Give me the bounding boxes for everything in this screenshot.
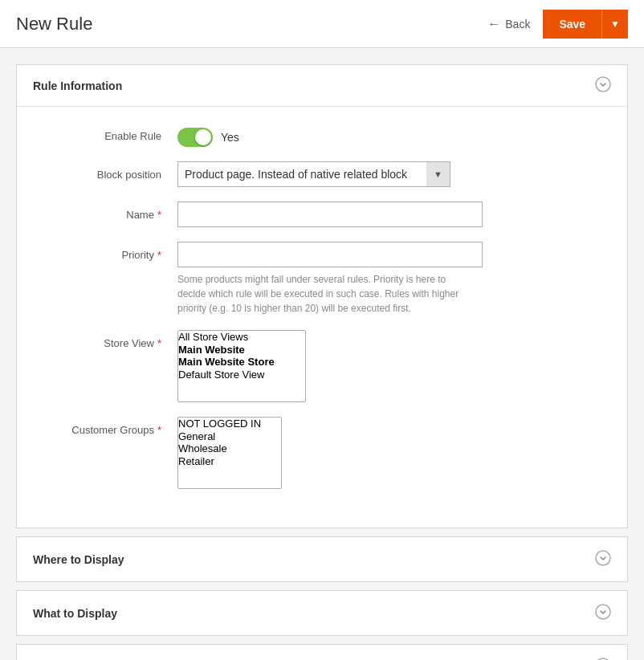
store-view-label: Store View*: [33, 330, 177, 351]
header-actions: ← Back Save ▼: [475, 10, 628, 39]
enable-rule-row: Enable Rule Yes: [33, 123, 611, 147]
customer-group-general: General: [178, 430, 281, 443]
where-to-display-toggle-icon: [595, 550, 611, 568]
store-view-row: Store View* All Store Views Main Website…: [33, 330, 611, 402]
block-position-select[interactable]: Product page. Instead of native related …: [177, 161, 450, 187]
page-wrapper: New Rule ← Back Save ▼ Rule Information: [0, 0, 644, 660]
store-view-option-all: All Store Views: [178, 331, 305, 344]
priority-label: Priority*: [33, 242, 177, 263]
back-label: Back: [505, 18, 530, 31]
toggle-wrap: Yes: [177, 123, 611, 147]
customer-group-retailer: Retailer: [178, 455, 281, 468]
name-label: Name*: [33, 202, 177, 222]
page-title: New Rule: [16, 14, 92, 35]
customer-groups-label: Customer Groups*: [33, 417, 177, 438]
what-to-display-header[interactable]: What to Display: [17, 591, 627, 635]
customer-group-not-logged-in: NOT LOGGED IN: [178, 418, 281, 430]
rule-information-toggle-icon: [595, 76, 611, 95]
store-view-option-main-website-store: Main Website Store: [178, 356, 305, 369]
priority-input[interactable]: [177, 242, 483, 267]
where-to-display-section: Where to Display: [16, 536, 628, 582]
toggle-slider: [177, 128, 213, 147]
store-view-option-main-website: Main Website: [178, 344, 305, 356]
customer-groups-control: NOT LOGGED IN General Wholesale Retailer: [177, 417, 611, 489]
where-to-display-header[interactable]: Where to Display: [17, 537, 627, 581]
store-view-listbox[interactable]: All Store Views Main Website Main Websit…: [177, 330, 306, 402]
enable-rule-label: Enable Rule: [33, 123, 177, 144]
store-view-option-default: Default Store View: [178, 369, 305, 381]
rule-information-title: Rule Information: [33, 79, 122, 92]
save-button-group: Save ▼: [543, 10, 628, 39]
block-position-control: Product page. Instead of native related …: [177, 161, 611, 187]
svg-point-0: [596, 77, 610, 92]
customer-groups-row: Customer Groups* NOT LOGGED IN General W…: [33, 417, 611, 489]
how-to-display-header[interactable]: How to Display: [17, 645, 627, 660]
back-button[interactable]: ← Back: [475, 10, 543, 38]
what-to-display-title: What to Display: [33, 607, 117, 620]
back-arrow-icon: ←: [487, 17, 500, 31]
name-row: Name*: [33, 202, 611, 227]
where-to-display-title: Where to Display: [33, 553, 124, 566]
block-position-row: Block position Product page. Instead of …: [33, 161, 611, 187]
page-header: New Rule ← Back Save ▼: [0, 0, 644, 48]
save-button[interactable]: Save: [543, 10, 601, 39]
toggle-value-label: Yes: [221, 131, 239, 144]
name-input[interactable]: [177, 202, 483, 227]
store-view-required-marker: *: [157, 337, 161, 349]
enable-rule-control: Yes: [177, 123, 611, 147]
block-position-label: Block position: [33, 161, 177, 182]
name-required-marker: *: [157, 209, 161, 221]
priority-required-marker: *: [157, 249, 161, 261]
svg-point-2: [596, 605, 610, 619]
customer-groups-listbox[interactable]: NOT LOGGED IN General Wholesale Retailer: [177, 417, 282, 489]
how-to-display-section: How to Display: [16, 644, 628, 660]
store-view-control: All Store Views Main Website Main Websit…: [177, 330, 611, 402]
page-content: Rule Information Enable Rule: [0, 48, 644, 660]
what-to-display-toggle-icon: [595, 604, 611, 622]
rule-information-body: Enable Rule Yes Block position: [17, 107, 627, 528]
what-to-display-section: What to Display: [16, 590, 628, 636]
rule-information-section: Rule Information Enable Rule: [16, 64, 628, 528]
name-control: [177, 202, 611, 227]
svg-point-1: [596, 551, 610, 565]
priority-helper-text: Some products might fall under several r…: [177, 272, 467, 316]
customer-group-wholesale: Wholesale: [178, 442, 281, 455]
priority-control: Some products might fall under several r…: [177, 242, 611, 316]
priority-row: Priority* Some products might fall under…: [33, 242, 611, 316]
block-position-select-wrapper: Product page. Instead of native related …: [177, 161, 450, 187]
save-dropdown-button[interactable]: ▼: [601, 10, 628, 39]
rule-information-header[interactable]: Rule Information: [17, 65, 627, 107]
enable-rule-toggle[interactable]: [177, 128, 213, 147]
customer-groups-required-marker: *: [157, 424, 161, 436]
